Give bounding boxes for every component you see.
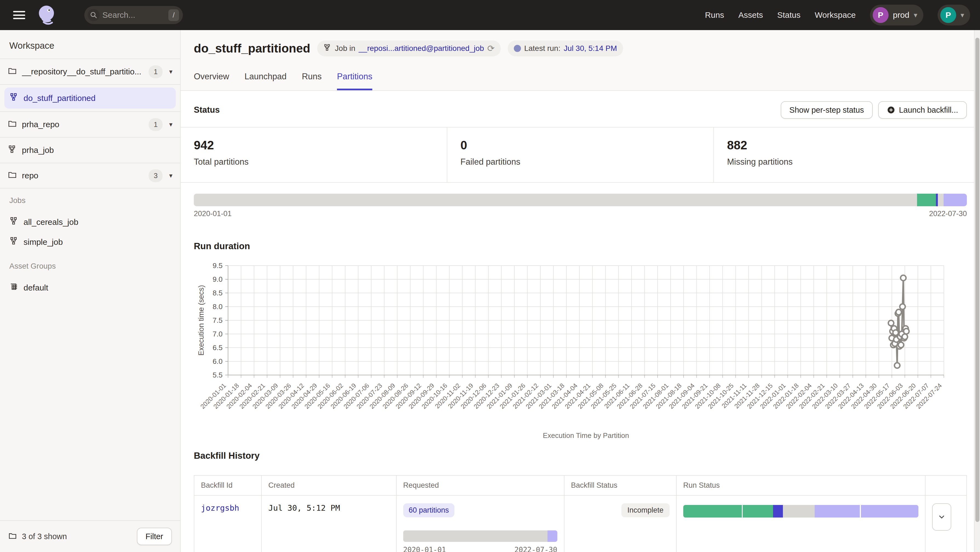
job-icon	[9, 236, 19, 247]
sidebar-item-repo[interactable]: repo3▾	[0, 163, 180, 189]
partition-status-bar-block: 2020-01-01 2022-07-30	[181, 183, 980, 230]
tab-runs[interactable]: Runs	[302, 72, 321, 90]
status-section-header: Status Show per-step statusLaunch backfi…	[181, 91, 980, 127]
run-status-cell	[676, 495, 926, 552]
partition-range-end: 2022-07-30	[929, 209, 967, 218]
tab-partitions[interactable]: Partitions	[337, 72, 372, 90]
user-menu[interactable]: P ▾	[937, 5, 970, 25]
sidebar-item-prha_repo[interactable]: prha_repo1▾	[0, 111, 180, 137]
search-input[interactable]	[102, 10, 157, 20]
data-point-marker[interactable]	[894, 363, 900, 368]
sidebar-item-__repository__do_stuff_partitio[interactable]: __repository__do_stuff_partitio...1▾	[0, 59, 180, 84]
data-point-marker[interactable]	[888, 320, 894, 326]
chevron-down-icon: ▾	[914, 11, 917, 19]
nav-link-status[interactable]: Status	[777, 10, 800, 20]
sidebar-item-do_stuff_partitioned[interactable]: do_stuff_partitioned	[0, 84, 180, 111]
folder-icon	[8, 119, 17, 130]
search-icon	[88, 9, 100, 21]
stat-value: 942	[194, 138, 434, 152]
sidebar-item-default[interactable]: default	[9, 278, 171, 298]
chevron-down-icon[interactable]: ▾	[169, 172, 172, 179]
data-point-marker[interactable]	[900, 275, 906, 281]
nav-link-assets[interactable]: Assets	[738, 10, 763, 20]
sidebar-item-label: prha_job	[22, 146, 172, 155]
sidebar-item-label: __repository__do_stuff_partitio...	[22, 67, 144, 76]
sidebar-item-prha_job[interactable]: prha_job	[0, 137, 180, 163]
partition-status-bar[interactable]	[194, 194, 967, 206]
expand-row-button[interactable]	[932, 503, 951, 531]
column-header-actions	[925, 476, 967, 495]
data-point-marker[interactable]	[900, 304, 905, 309]
stat-label: Total partitions	[194, 157, 434, 167]
column-header-run-status: Run Status	[676, 476, 926, 495]
stat-label: Missing partitions	[727, 157, 967, 167]
search-shortcut-badge: /	[169, 9, 179, 21]
backfill-history-table: Backfill IdCreatedRequestedBackfill Stat…	[194, 475, 967, 552]
deployment-avatar: P	[873, 7, 889, 23]
data-point-marker[interactable]	[902, 334, 907, 339]
job-origin-link[interactable]: __reposi...artitioned@partitioned_job	[359, 44, 484, 53]
user-avatar: P	[940, 7, 956, 23]
button-show-per-step-status[interactable]: Show per-step status	[781, 101, 873, 119]
data-point-marker[interactable]	[898, 342, 904, 348]
dagster-logo-icon[interactable]	[36, 3, 59, 27]
search-box[interactable]: /	[84, 6, 183, 24]
sidebar-item-label: do_stuff_partitioned	[24, 94, 171, 103]
sidebar-item-simple_job[interactable]: simple_job	[9, 232, 171, 252]
status-section-title: Status	[194, 105, 220, 115]
latest-run-link[interactable]: Jul 30, 5:14 PM	[564, 44, 617, 53]
repo-list: __repository__do_stuff_partitio...1▾do_s…	[0, 59, 180, 189]
job-icon	[9, 92, 19, 104]
job-count-badge: 3	[149, 169, 162, 182]
folder-icon	[8, 170, 17, 181]
job-icon	[323, 43, 331, 54]
run-status-bar[interactable]	[683, 505, 919, 517]
svg-text:7.5: 7.5	[213, 316, 223, 324]
job-count-badge: 1	[149, 118, 162, 131]
reload-icon[interactable]: ⟳	[487, 43, 495, 54]
bar-segment-	[547, 530, 557, 542]
tab-overview[interactable]: Overview	[194, 72, 229, 90]
svg-text:6.5: 6.5	[213, 344, 223, 352]
run-duration-section: Run duration 5.56.06.57.07.58.08.59.09.5…	[181, 230, 980, 446]
hamburger-menu-icon[interactable]	[13, 11, 25, 19]
nav-link-runs[interactable]: Runs	[705, 10, 724, 20]
deployment-switcher[interactable]: P prod ▾	[870, 5, 923, 25]
table-row: jozrgsbhJul 30, 5:12 PM60 partitions 202…	[194, 495, 967, 552]
backfill-history-section: Backfill History Backfill IdCreatedReque…	[181, 446, 980, 552]
sidebar-selected-job: do_stuff_partitioned	[5, 87, 176, 109]
folder-icon	[8, 66, 17, 78]
job-origin-prefix: Job in	[335, 44, 355, 53]
data-point-marker[interactable]	[896, 309, 901, 315]
bar-segment-missing	[194, 194, 917, 206]
requested-range-end: 2022-07-30	[514, 546, 557, 552]
bar-segment-	[773, 505, 783, 517]
requested-cell: 60 partitions 2020-01-01 2022-07-30	[396, 495, 564, 552]
data-point-marker[interactable]	[893, 330, 899, 335]
sidebar-item-label: simple_job	[24, 238, 63, 247]
requested-partitions-pill[interactable]: 60 partitions	[403, 503, 454, 517]
svg-text:9.5: 9.5	[213, 262, 223, 270]
column-header-requested: Requested	[396, 476, 564, 495]
scrollbar-thumb[interactable]	[975, 38, 980, 522]
page-title: do_stuff_partitioned	[194, 41, 310, 55]
stat-total-partitions: 942 Total partitions	[181, 127, 447, 182]
chevron-down-icon[interactable]: ▾	[169, 121, 172, 128]
created-cell: Jul 30, 5:12 PM	[261, 495, 396, 552]
bar-segment-in-progress	[936, 194, 938, 206]
nav-link-workspace[interactable]: Workspace	[815, 10, 856, 20]
filter-button[interactable]: Filter	[137, 528, 172, 545]
svg-text:5.5: 5.5	[213, 371, 223, 379]
data-point-marker[interactable]	[904, 328, 909, 334]
top-nav-links: RunsAssetsStatusWorkspace P prod ▾ P ▾	[705, 5, 970, 25]
button-launch-backfill-[interactable]: Launch backfill...	[878, 101, 967, 119]
stat-failed-partitions: 0 Failed partitions	[447, 127, 713, 182]
chevron-down-icon[interactable]: ▾	[169, 68, 172, 76]
deployment-name: prod	[893, 10, 909, 20]
column-header-backfill-status: Backfill Status	[564, 476, 676, 495]
backfill-id-link[interactable]: jozrgsbh	[201, 503, 239, 512]
sidebar-item-all_cereals_job[interactable]: all_cereals_job	[9, 212, 171, 232]
tab-launchpad[interactable]: Launchpad	[245, 72, 286, 90]
svg-text:6.0: 6.0	[213, 357, 223, 365]
run-status-dot	[514, 45, 521, 52]
